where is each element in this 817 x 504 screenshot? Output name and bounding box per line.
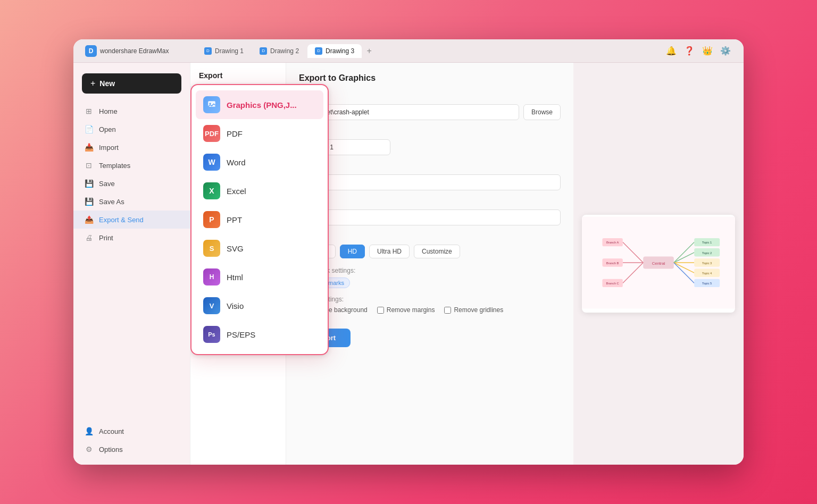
sidebar-item-open[interactable]: 📄 Open [73,120,190,138]
name-label: Name: [299,129,561,136]
dropdown-item-svg[interactable]: S SVG [196,234,323,263]
help-icon[interactable]: ❓ [684,46,695,56]
dropdown-item-label: PS/EPS [227,330,255,339]
sidebar-item-export[interactable]: 📤 Export & Send [73,211,190,229]
sidebar-item-save[interactable]: 💾 Save [73,174,190,192]
sidebar-item-home[interactable]: ⊞ Home [73,102,190,120]
settings-icon[interactable]: ⚙️ [720,46,731,56]
sidebar-item-save-as[interactable]: 💾 Save As [73,192,190,211]
title-bar: D wondershare EdrawMax D Drawing 1 D Dra… [73,39,744,63]
svg-text:Topic 2: Topic 2 [702,251,712,255]
dropdown-item-label: Html [227,273,243,282]
sidebar-item-label: Home [99,107,118,115]
dropdown-item-graphics[interactable]: Graphics (PNG,J... [196,90,323,119]
watermark-field: Watermark settings: No watermarks [299,267,561,287]
add-tab-button[interactable]: + [363,45,376,57]
checkbox-gridlines[interactable]: Remove gridlines [444,306,503,314]
export-graphics-title: Export to Graphics [299,73,561,83]
sidebar-item-label: Save [99,180,115,188]
preview-area: Central Branch A Branch B Branch C [573,63,744,465]
quality-ultra-hd[interactable]: Ultra HD [369,245,410,258]
sidebar-item-print[interactable]: 🖨 Print [73,229,190,247]
export-type-dropdown: Graphics (PNG,J... PDF PDF W Word X [190,84,329,355]
save-as-icon: 💾 [84,197,94,206]
pseps-icon: Ps [203,326,220,343]
svg-text:Topic 4: Topic 4 [702,272,712,275]
sidebar-spacer [73,247,190,422]
export-graphics-panel: Export to Graphics Directory: Browse Nam… [286,63,573,465]
title-bar-right: 🔔 ❓ 👑 ⚙️ [666,46,737,56]
tab-drawing1[interactable]: D Drawing 1 [197,44,251,58]
sidebar-item-label: Options [99,446,123,453]
crown-icon[interactable]: 👑 [702,46,713,56]
sidebar-item-templates[interactable]: ⊡ Templates [73,156,190,174]
options-icon: ⚙ [84,445,94,453]
mindmap-preview: Central Branch A Branch B Branch C [582,215,735,310]
preview-canvas: Central Branch A Branch B Branch C [582,215,735,313]
sidebar: + New ⊞ Home 📄 Open 📥 Import ⊡ Templates… [73,63,190,465]
sidebar-item-import[interactable]: 📥 Import [73,138,190,156]
tab-drawing2[interactable]: D Drawing 2 [252,44,306,58]
range-select[interactable]: page all [299,209,561,225]
app-window: D wondershare EdrawMax D Drawing 1 D Dra… [73,39,744,465]
plus-icon: + [90,79,95,88]
dropdown-item-pseps[interactable]: Ps PS/EPS [196,320,323,349]
svg-point-28 [210,103,211,104]
output-checkboxes: Remove background Remove margins Remove … [299,306,561,314]
dropdown-item-label: SVG [227,244,244,253]
open-icon: 📄 [84,125,94,133]
quality-customize[interactable]: Customize [414,245,460,258]
dropdown-item-word[interactable]: W Word [196,148,323,177]
dropdown-item-label: Word [227,158,246,167]
dropdown-item-excel[interactable]: X Excel [196,177,323,205]
export-icon: 📤 [84,215,94,224]
directory-field: Directory: Browse [299,94,561,120]
checkbox-gridlines-label: Remove gridlines [454,306,503,314]
account-icon: 👤 [84,427,94,435]
sidebar-item-label: Export & Send [99,216,144,224]
svg-icon: S [203,240,220,257]
tabs-area: D Drawing 1 D Drawing 2 D Drawing 3 + [197,44,666,58]
svg-text:Branch C: Branch C [606,282,619,285]
directory-input[interactable] [299,104,519,120]
templates-icon: ⊡ [84,161,94,170]
quality-options: Normal HD Ultra HD Customize [299,245,561,258]
format-field: Format PNG JPG BMP [299,164,561,190]
excel-icon: X [203,182,220,199]
sidebar-item-account[interactable]: 👤 Account [73,422,190,440]
svg-text:Topic 1: Topic 1 [702,241,712,244]
dropdown-item-html[interactable]: H Html [196,263,323,291]
dropdown-item-ppt[interactable]: P PPT [196,205,323,234]
home-icon: ⊞ [84,107,94,115]
svg-text:Branch A: Branch A [606,241,619,244]
range-field: Range: page all [299,199,561,225]
dropdown-item-label: Graphics (PNG,J... [227,100,297,110]
brand-name: wondershare EdrawMax [100,47,169,55]
dropdown-item-label: Visio [227,301,244,310]
svg-text:Branch B: Branch B [606,262,619,265]
main-layout: + New ⊞ Home 📄 Open 📥 Import ⊡ Templates… [73,63,744,465]
new-button[interactable]: + New [82,73,181,94]
dropdown-item-pdf[interactable]: PDF PDF [196,119,323,148]
tab-drawing3[interactable]: D Drawing 3 [307,44,362,58]
checkbox-margins[interactable]: Remove margins [377,306,435,314]
visio-icon: V [203,297,220,314]
sidebar-item-options[interactable]: ⚙ Options [73,440,190,458]
tab-icon-3: D [315,47,322,55]
html-icon: H [203,268,220,285]
quality-field: Quality: Normal HD Ultra HD Customize [299,234,561,258]
browse-button[interactable]: Browse [523,104,561,120]
graphics-icon [203,96,220,113]
quality-hd[interactable]: HD [340,245,365,258]
svg-text:Topic 5: Topic 5 [702,282,712,285]
sidebar-item-label: Open [99,125,116,133]
notification-icon[interactable]: 🔔 [666,46,677,56]
dropdown-item-label: PDF [227,129,243,138]
checkbox-margins-input[interactable] [377,307,384,314]
dropdown-item-visio[interactable]: V Visio [196,291,323,320]
content-area: Export Export to Graphics Export to Grap… [190,63,744,465]
watermark-label: Watermark settings: [299,267,561,274]
checkbox-gridlines-input[interactable] [444,307,451,314]
sidebar-item-label: Import [99,144,119,152]
format-select[interactable]: PNG JPG BMP [299,174,561,190]
